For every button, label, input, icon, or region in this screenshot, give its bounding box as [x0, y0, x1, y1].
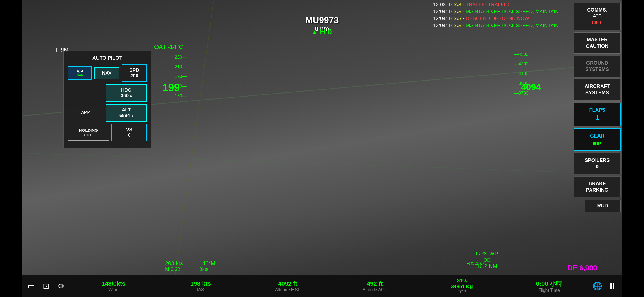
ias-display: 198 kts IAS	[157, 280, 244, 292]
wind-display: 148/0kts Wind	[70, 280, 157, 292]
heading-value: H 0	[320, 28, 332, 36]
tcas-line-2: 12:04: TCAS - MAINTAIN VERTICAL SPEED, M…	[433, 8, 559, 15]
alt-main-value: 4094	[521, 82, 541, 92]
ias-value: 198 kts	[157, 280, 244, 287]
ias-label: IAS	[157, 287, 244, 292]
comms-button[interactable]: COMMS. ATC OFF	[574, 3, 621, 30]
bottom-icons: ▭ ⊡ ⚙	[22, 282, 70, 291]
ap-row-1: A/P NAV NAV SPD 200	[68, 64, 147, 82]
sidebar-left	[0, 0, 22, 297]
gear-button[interactable]: GEAR ■■•	[574, 128, 621, 151]
spd-210: 210—	[175, 62, 187, 72]
alt-4100: —4100	[514, 69, 528, 78]
bottom-right-controls: 🌐 ⏸	[593, 281, 622, 291]
ap-row-2: HDG 360 ●	[68, 84, 147, 102]
autopilot-panel: AUTO PILOT A/P NAV NAV SPD 200 HDG 360 ●…	[63, 51, 151, 148]
ap-holding-button[interactable]: HOLDING OFF	[68, 125, 109, 141]
wind-value: 148/0kts	[70, 280, 157, 287]
tcas-line-4: 12:04: TCAS - MAINTAIN VERTICAL SPEED, M…	[433, 22, 559, 29]
spd-230: 230—	[175, 52, 187, 62]
fob-value: 31% 34851 Kg	[418, 278, 506, 290]
ias-info: 203 kts M 0.32	[165, 260, 183, 272]
globe-button[interactable]: 🌐	[593, 282, 602, 291]
alt-msl-display: 4092 ft Altitude MSL	[244, 280, 331, 292]
flight-time-label: Flight Time	[506, 288, 593, 293]
tablet-icon-button[interactable]: ▭	[28, 282, 35, 291]
alt-msl-value: 4092 ft	[244, 280, 331, 287]
alt-agl-value: 492 ft	[331, 280, 419, 287]
gps-waypoint: GPS-WP DE 10.2 NM	[476, 251, 498, 270]
oat-display: OAT -14°C	[154, 43, 183, 51]
alt-4300: —4300	[514, 59, 528, 69]
fob-display: 31% 34851 Kg FOB	[418, 278, 506, 295]
alt-4500: —4500	[514, 50, 528, 59]
ap-row-4: HOLDING OFF VS 0	[68, 124, 147, 141]
flight-time-display: 0:00 小時 Flight Time	[506, 280, 593, 293]
bottom-bar: ▭ ⊡ ⚙ 148/0kts Wind 198 kts IAS 4092 ft …	[22, 275, 622, 297]
tcas-line-3: 12:04: TCAS - DESCEND DESCEND NOW	[433, 15, 559, 22]
flaps-button[interactable]: FLAPS 1	[574, 103, 621, 127]
wind-label: Wind	[70, 287, 157, 292]
ap-row-3: APP ALT 6884 ●	[68, 104, 147, 122]
fob-label: FOB	[418, 290, 506, 295]
spd-190: 190—	[175, 72, 187, 81]
camera-icon-button[interactable]: ⊡	[43, 282, 49, 291]
flight-time-value: 0:00 小時	[506, 280, 593, 288]
ap-vs-button[interactable]: VS 0	[111, 124, 147, 141]
ap-app-label: APP	[68, 110, 103, 115]
ap-title: AUTO PILOT	[68, 55, 147, 61]
ap-alt-button[interactable]: ALT 6884 ●	[106, 104, 147, 122]
tcas-line-1: 12:03: TCAS - TRAFFIC TRAFFIC	[433, 1, 559, 8]
ground-systems-button[interactable]: GROUND SYSTEMS	[574, 56, 621, 77]
settings-icon-button[interactable]: ⚙	[58, 282, 64, 291]
spoilers-button[interactable]: SPOILERS 0	[574, 153, 621, 174]
speed-main-value: 199	[162, 82, 180, 94]
hud-overlay: MU9973 0 nm ▲ H 0 OAT -14°C TRIM 230— 21…	[22, 0, 622, 297]
right-panel: COMMS. ATC OFF MASTER CAUTION GROUND SYS…	[574, 3, 621, 212]
oat-value: OAT -14°C	[154, 43, 183, 50]
hud-bottom-stats: 203 kts M 0.32 148°M 0kts	[165, 260, 215, 272]
alt-agl-display: 492 ft Altitude AGL	[331, 280, 419, 292]
rud-button[interactable]: RUD	[585, 200, 621, 212]
tcas-panel: 12:03: TCAS - TRAFFIC TRAFFIC 12:04: TCA…	[433, 1, 559, 29]
callsign-text: MU9973	[305, 15, 339, 25]
sidebar-right	[622, 0, 644, 297]
ap-spd-button[interactable]: SPD 200	[122, 64, 147, 82]
pause-button[interactable]: ⏸	[608, 281, 616, 291]
de-indicator: DE 6,900	[567, 264, 597, 272]
heading-mag-info: 148°M 0kts	[199, 260, 215, 272]
ap-avp-button[interactable]: A/P NAV	[68, 66, 92, 80]
heading-indicator: ▲ H 0	[312, 28, 332, 36]
brake-parking-button[interactable]: BRAKE PARKING	[574, 176, 621, 197]
ap-hdg-button[interactable]: HDG 360 ●	[106, 84, 147, 102]
ap-nav-button[interactable]: NAV	[94, 67, 119, 79]
alt-agl-label: Altitude AGL	[331, 287, 419, 292]
alt-tape	[490, 51, 515, 133]
master-caution-button[interactable]: MASTER CAUTION	[574, 32, 621, 54]
aircraft-systems-button[interactable]: AIRCRAFT SYSTEMS	[574, 79, 621, 100]
alt-msl-label: Altitude MSL	[244, 287, 331, 292]
